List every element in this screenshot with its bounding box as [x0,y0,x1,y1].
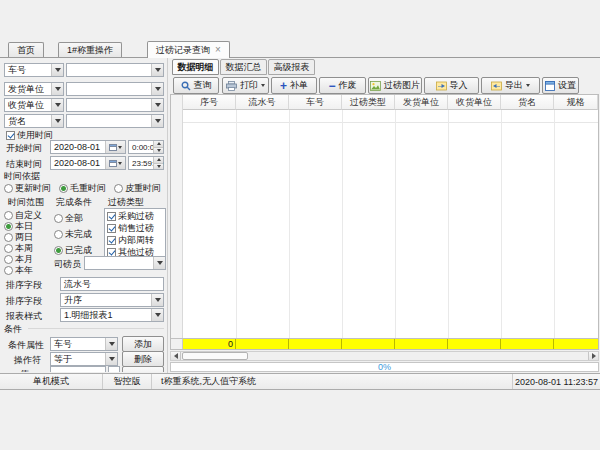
calendar-icon[interactable] [105,141,125,153]
spinner-arrows-icon[interactable] [153,157,163,169]
import-button[interactable]: 导入 [424,77,479,94]
radio-range-year[interactable]: 本年 [4,265,33,276]
checkbox-checked-icon [107,212,116,221]
checkbox-purchase[interactable]: 采购过磅 [107,211,154,222]
supplement-order-button[interactable]: + 补单 [271,77,317,94]
condition-operator-combo[interactable]: 等于 [50,352,118,366]
weigh-photos-button[interactable]: 过磅图片 [368,77,422,94]
grid-summary-row: 0 [171,338,599,350]
checkbox-sales[interactable]: 销售过磅 [107,223,154,234]
export-dropdown-icon[interactable] [526,84,530,87]
radio-range-month[interactable]: 本月 [4,254,33,265]
subtab-data-detail[interactable]: 数据明细 [172,59,219,75]
value-combo-goods[interactable] [66,114,164,128]
condition-attribute-combo[interactable]: 车号 [50,337,118,351]
subtab-data-summary[interactable]: 数据汇总 [220,59,267,75]
chevron-down-icon[interactable] [51,99,63,111]
radio-range-twodays-label: 两日 [15,232,33,242]
tab-home[interactable]: 首页 [8,42,44,57]
value-combo-receiver[interactable] [66,98,164,112]
condition-value-picker[interactable] [108,366,120,372]
field-combo-receiver[interactable]: 收货单位 [4,98,64,112]
add-condition-button[interactable]: 添加 [122,336,164,352]
grid-header-spec[interactable]: 规格 [554,95,598,110]
tab-weighing-operation[interactable]: 1#称重操作 [58,42,122,57]
panel-splitter[interactable] [167,58,168,373]
subtab-advanced-report[interactable]: 高级报表 [268,59,315,75]
radio-basis-update[interactable]: 更新时间 [4,183,51,194]
query-button[interactable]: 查询 [173,77,219,94]
grid-header-shipper[interactable]: 发货单位 [395,95,448,110]
radio-range-today[interactable]: 本日 [4,221,33,232]
radio-selected-icon [54,246,63,255]
field-combo-vehicle[interactable]: 车号 [4,63,64,77]
export-button[interactable]: 导出 [481,77,540,94]
radio-range-twodays[interactable]: 两日 [4,232,33,243]
image-icon [370,81,381,91]
end-time-spinner[interactable]: 23:59:59 [128,156,164,170]
radio-complete-finished[interactable]: 已完成 [54,245,92,256]
scroll-right-icon[interactable] [588,352,598,360]
chevron-down-icon[interactable] [151,99,163,111]
calendar-icon[interactable] [105,157,125,169]
field-combo-vehicle-text: 车号 [8,65,26,75]
print-dropdown-icon[interactable] [261,84,265,87]
start-date-picker[interactable]: 2020-08-01 [50,140,126,154]
grid-header-serial[interactable]: 流水号 [236,95,289,110]
chevron-down-icon[interactable] [151,309,163,321]
scroll-left-icon[interactable] [171,352,181,360]
time-range-label: 时间范围 [8,197,44,208]
radio-complete-unfinished[interactable]: 未完成 [54,229,92,240]
chevron-down-icon[interactable] [153,257,165,269]
grid-header-vehicle[interactable]: 车号 [289,95,342,110]
checkbox-internal[interactable]: 内部周转 [107,235,154,246]
void-button[interactable]: − 作废 [319,77,366,94]
supplement-order-label: 补单 [290,79,308,92]
chevron-down-icon[interactable] [51,64,63,76]
condition-value-input[interactable] [50,366,106,372]
chevron-down-icon[interactable] [151,294,163,306]
radio-range-week[interactable]: 本周 [4,243,33,254]
print-button[interactable]: 打印 [222,77,269,94]
radio-complete-all[interactable]: 全部 [54,213,83,224]
field-combo-goods[interactable]: 货名 [4,114,64,128]
chevron-down-icon[interactable] [51,83,63,95]
void-label: 作废 [339,79,357,92]
weigher-combo[interactable] [84,256,166,270]
chevron-down-icon[interactable] [51,115,63,127]
grid-header-goods[interactable]: 货名 [501,95,554,110]
grid-header-receiver[interactable]: 收货单位 [448,95,501,110]
tab-close-icon[interactable]: × [215,46,221,54]
spinner-arrows-icon[interactable] [153,141,163,153]
value-combo-shipper[interactable] [66,82,164,96]
use-time-checkbox[interactable]: 使用时间 [6,130,53,141]
clipped-button[interactable] [122,366,164,372]
settings-button[interactable]: 设置 [542,77,579,94]
summary-cell [448,339,501,350]
sort-field-text: 流水号 [64,279,91,289]
sort-order-combo[interactable]: 升序 [60,293,164,307]
chevron-down-icon[interactable] [151,115,163,127]
chevron-down-icon[interactable] [105,353,117,365]
report-style-combo[interactable]: 1.明细报表1 [60,308,164,322]
delete-condition-button[interactable]: 删除 [122,351,164,367]
chevron-down-icon[interactable] [151,64,163,76]
field-combo-shipper[interactable]: 发货单位 [4,82,64,96]
end-date-picker[interactable]: 2020-08-01 [50,156,126,170]
scrollbar-thumb[interactable] [182,352,248,360]
start-time-spinner[interactable]: 0:00:00 [128,140,164,154]
grid-hscrollbar[interactable] [170,351,599,361]
sort-field-input[interactable]: 流水号 [60,277,164,291]
value-combo-vehicle[interactable] [66,63,164,77]
import-icon [436,81,447,91]
chevron-down-icon[interactable] [105,338,117,350]
grid-header-weightype[interactable]: 过磅类型 [342,95,395,110]
radio-basis-tare[interactable]: 皮重时间 [114,183,161,194]
radio-range-custom[interactable]: 自定义 [4,210,42,221]
grid-header-seq[interactable]: 序号 [183,95,236,110]
condition-operator-text: 等于 [54,354,72,364]
condition-attribute-label: 条件属性 [8,340,44,351]
radio-basis-gross[interactable]: 毛重时间 [59,183,106,194]
tab-record-query[interactable]: 过磅记录查询 × [147,41,230,58]
chevron-down-icon[interactable] [151,83,163,95]
